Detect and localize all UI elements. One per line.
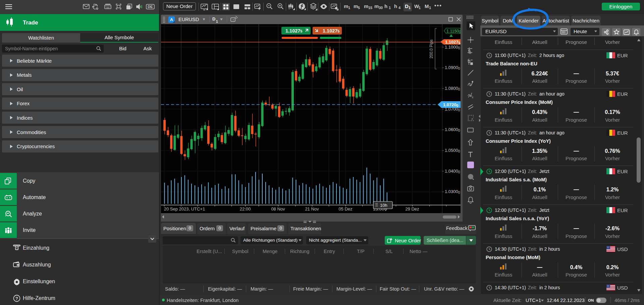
- svg-text:22:00: 22:00: [240, 206, 251, 211]
- svg-text:1: 1: [216, 20, 218, 23]
- svg-text:10h: 10h: [380, 203, 387, 208]
- svg-text:20 Sep 2023, UTC+1: 20 Sep 2023, UTC+1: [164, 206, 205, 211]
- svg-text:1.11500: 1.11500: [446, 29, 461, 34]
- svg-text:08 Nov: 08 Nov: [271, 206, 285, 211]
- svg-text:1.03000: 1.03000: [445, 189, 460, 194]
- svg-text:DE: DE: [148, 5, 153, 9]
- svg-text:?: ?: [15, 296, 18, 301]
- svg-text:1.10275: 1.10275: [285, 28, 302, 34]
- svg-text:A: A: [170, 17, 173, 22]
- svg-text:1.05000: 1.05000: [445, 148, 460, 153]
- svg-text:1.09000: 1.09000: [445, 65, 460, 70]
- svg-text:1.06000: 1.06000: [445, 127, 460, 132]
- svg-text:F: F: [472, 118, 473, 121]
- svg-text:21 Nov: 21 Nov: [305, 206, 319, 211]
- svg-text:05 Dez: 05 Dez: [338, 206, 352, 211]
- svg-text:E: E: [472, 96, 474, 99]
- svg-text:1.07200: 1.07200: [443, 102, 459, 108]
- svg-text:1.04000: 1.04000: [445, 169, 460, 174]
- svg-text:D: D: [212, 16, 215, 21]
- svg-text:EURUSD: EURUSD: [178, 17, 199, 22]
- svg-text:29 Dez: 29 Dez: [405, 206, 419, 211]
- svg-text:1.10275: 1.10275: [445, 40, 461, 45]
- svg-text:1.08000: 1.08000: [445, 86, 460, 91]
- svg-text:1.10275: 1.10275: [323, 28, 339, 34]
- svg-text:200.0 Pips: 200.0 Pips: [429, 40, 434, 59]
- svg-text:1.10000: 1.10000: [445, 45, 460, 50]
